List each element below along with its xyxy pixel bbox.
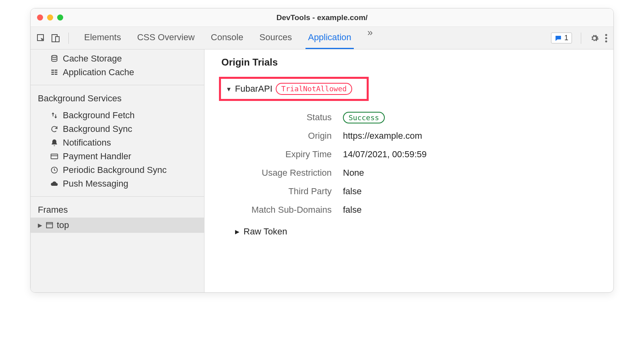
sidebar-item-label: Background Sync: [63, 124, 132, 134]
minimize-window-button[interactable]: [47, 14, 53, 21]
detail-value: https://example.com: [337, 127, 432, 145]
sidebar: Cache Storage Application Cache Backgrou…: [31, 49, 204, 292]
table-row: Third Party false: [233, 182, 432, 201]
frame-label: top: [57, 220, 69, 230]
detail-value: None: [337, 164, 432, 182]
svg-point-3: [605, 34, 607, 36]
issues-button[interactable]: 1: [551, 33, 572, 43]
sidebar-frames-header: Frames: [31, 200, 204, 218]
chevron-right-icon: ▶: [235, 228, 239, 235]
toolbar-right: 1: [551, 33, 608, 44]
sidebar-frame-top[interactable]: ▶ top: [31, 218, 204, 233]
svg-rect-12: [55, 74, 58, 75]
sidebar-cache-group: Cache Storage Application Cache: [31, 49, 204, 82]
toolbar-divider: [68, 33, 69, 44]
raw-token-label: Raw Token: [244, 226, 287, 237]
origin-trial-heading-highlighted[interactable]: ▼ FubarAPI TrialNotAllowed: [219, 77, 369, 101]
devtools-toolbar: Elements CSS Overview Console Sources Ap…: [31, 27, 613, 49]
chevron-down-icon: ▼: [226, 86, 232, 92]
window-controls: [37, 14, 63, 21]
sidebar-item-label: Periodic Background Sync: [63, 165, 167, 175]
toolbar-divider: [581, 33, 581, 44]
table-row: Usage Restriction None: [233, 164, 432, 182]
sync-icon: [50, 125, 59, 134]
origin-trial-name: FubarAPI: [235, 84, 272, 94]
window-icon: [45, 221, 54, 229]
sidebar-item-label: Push Messaging: [63, 179, 128, 189]
window-title: DevTools - example.com/: [31, 13, 613, 22]
sidebar-item-cache-storage[interactable]: Cache Storage: [31, 52, 204, 66]
bell-icon: [50, 138, 59, 147]
sidebar-item-label: Cache Storage: [63, 53, 122, 64]
sidebar-item-push-messaging[interactable]: Push Messaging: [31, 177, 204, 191]
svg-point-4: [605, 37, 607, 39]
close-window-button[interactable]: [37, 14, 43, 21]
grid-icon: [50, 68, 59, 77]
sidebar-item-label: Background Fetch: [63, 110, 135, 121]
tab-console[interactable]: Console: [208, 27, 246, 49]
clock-icon: [50, 166, 59, 175]
svg-rect-8: [55, 70, 58, 71]
card-icon: [50, 152, 59, 161]
chat-icon: [555, 35, 562, 42]
titlebar: DevTools - example.com/: [31, 8, 613, 27]
devtools-tabs: Elements CSS Overview Console Sources Ap…: [82, 27, 375, 49]
sidebar-item-bg-sync[interactable]: Background Sync: [31, 122, 204, 136]
device-toolbar-icon[interactable]: [51, 33, 60, 43]
detail-value: false: [337, 201, 432, 219]
svg-rect-13: [51, 154, 58, 159]
detail-key: Usage Restriction: [233, 164, 337, 182]
maximize-window-button[interactable]: [57, 14, 63, 21]
sidebar-item-periodic-sync[interactable]: Periodic Background Sync: [31, 163, 204, 177]
detail-value: Success: [337, 108, 432, 127]
main-panel: Origin Trials ▼ FubarAPI TrialNotAllowed…: [204, 49, 613, 292]
detail-value: false: [337, 182, 432, 201]
status-badge: Success: [343, 112, 385, 123]
svg-rect-7: [52, 70, 54, 71]
tab-sources[interactable]: Sources: [257, 27, 294, 49]
table-row: Match Sub-Domains false: [233, 201, 432, 219]
trial-details-table: Status Success Origin https://example.co…: [233, 108, 432, 219]
sidebar-item-bg-fetch[interactable]: Background Fetch: [31, 109, 204, 122]
gear-icon[interactable]: [590, 34, 599, 43]
kebab-menu-icon[interactable]: [605, 34, 608, 43]
detail-key: Status: [233, 108, 337, 127]
svg-point-5: [605, 40, 607, 42]
raw-token-toggle[interactable]: ▶ Raw Token: [235, 226, 599, 237]
svg-rect-11: [52, 74, 54, 75]
trial-status-badge: TrialNotAllowed: [276, 83, 353, 95]
devtools-window: DevTools - example.com/ Elements CSS Ove…: [30, 8, 614, 293]
sidebar-separator: [31, 196, 204, 197]
svg-point-6: [52, 55, 57, 58]
detail-key: Match Sub-Domains: [233, 201, 337, 219]
sidebar-item-application-cache[interactable]: Application Cache: [31, 66, 204, 79]
sidebar-item-label: Notifications: [63, 138, 111, 148]
table-row: Status Success: [233, 108, 432, 127]
sidebar-item-notifications[interactable]: Notifications: [31, 136, 204, 150]
svg-rect-9: [52, 72, 54, 73]
svg-rect-10: [55, 72, 58, 73]
svg-rect-16: [47, 222, 53, 228]
tab-elements[interactable]: Elements: [82, 27, 124, 49]
sidebar-item-payment-handler[interactable]: Payment Handler: [31, 150, 204, 163]
sidebar-bg-header: Background Services: [31, 88, 204, 106]
tab-application[interactable]: Application: [305, 27, 354, 49]
tabs-overflow-icon[interactable]: »: [365, 27, 375, 49]
sidebar-item-label: Application Cache: [63, 67, 134, 78]
sidebar-bg-group: Background Fetch Background Sync Notific…: [31, 106, 204, 193]
svg-rect-2: [56, 37, 59, 42]
detail-key: Origin: [233, 127, 337, 145]
inspect-element-icon[interactable]: [36, 33, 46, 43]
table-row: Origin https://example.com: [233, 127, 432, 145]
sidebar-item-label: Payment Handler: [63, 151, 131, 162]
detail-key: Expiry Time: [233, 145, 337, 164]
tab-css-overview[interactable]: CSS Overview: [135, 27, 197, 49]
table-row: Expiry Time 14/07/2021, 00:59:59: [233, 145, 432, 164]
sidebar-separator: [31, 85, 204, 85]
detail-value: 14/07/2021, 00:59:59: [337, 145, 432, 164]
content-area: Cache Storage Application Cache Backgrou…: [31, 49, 613, 292]
panel-heading: Origin Trials: [219, 57, 599, 68]
issues-count: 1: [564, 34, 568, 42]
cloud-icon: [50, 179, 59, 188]
database-icon: [50, 54, 59, 63]
